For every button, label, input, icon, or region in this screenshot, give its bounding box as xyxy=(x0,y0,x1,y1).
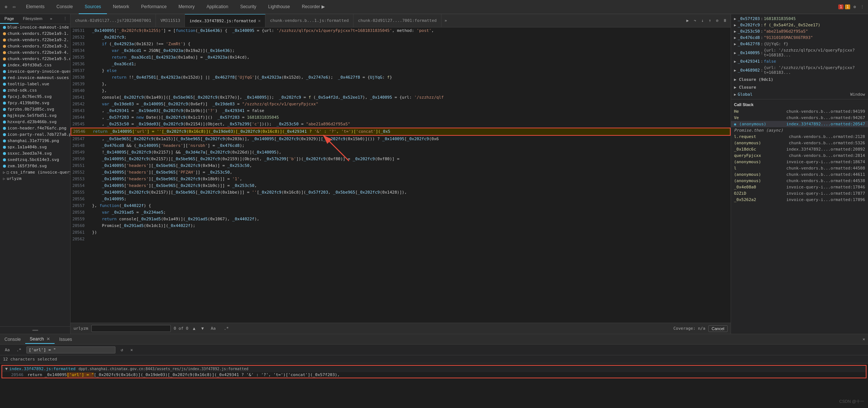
scope-item[interactable]: ▶ _0x57f203 : 1681831835045 xyxy=(731,16,868,22)
scope-global[interactable]: ▶ Global Window xyxy=(731,91,868,98)
search-result-line[interactable]: 20546 return _0x140095['url'] = "[_0x202… xyxy=(2,372,866,378)
callstack-anonymous2[interactable]: (anonymous) chunk-vendors.b...ormatted:5… xyxy=(731,140,868,146)
file-item[interactable]: chunk-vendors.f22be1a9-3. xyxy=(0,43,70,49)
find-input-wrap[interactable] xyxy=(91,325,171,332)
find-input[interactable] xyxy=(94,326,168,331)
callstack-0x5262a2[interactable]: _0x5262a2 invoice-query-i...ormatted:178… xyxy=(731,197,868,203)
callstack-queryFpjcxx[interactable]: queryFpjcxx chunk-vendors.b...ormatted:2… xyxy=(731,152,868,159)
step-over-icon[interactable]: ↷ xyxy=(692,18,698,24)
callstack-anonymous4[interactable]: (anonymous) chunk-vendors.b...ormatted:4… xyxy=(731,171,868,178)
aa-option[interactable]: Aa xyxy=(208,325,218,332)
scope-item[interactable]: ▶ _0x468902 : {url: '/szzhzz/qlfpcx/v1/q… xyxy=(731,65,868,76)
file-item[interactable]: icon-header.f4e76afc.png xyxy=(0,125,70,131)
find-next-btn[interactable]: ▼ xyxy=(200,325,205,332)
editor-tab-chunk-vendors[interactable]: chunk-vendors.b...1.js:formatted xyxy=(265,14,353,27)
bottom-tab-search-close[interactable]: ✕ xyxy=(46,336,50,342)
tab-lighthouse[interactable]: Lighthouse xyxy=(262,0,296,14)
editor-tab-chunk02d-7001[interactable]: chunk-02d91l27....7001:formatted xyxy=(353,14,441,27)
code-content[interactable]: 20531 _0x140095['_0x202fc9(0x1255)'] = [… xyxy=(71,27,731,323)
panel-tab-filesystem[interactable]: Filesystem xyxy=(19,14,47,24)
settings-icon[interactable]: ⚙ xyxy=(852,4,858,10)
editor-tab-chunk02d[interactable]: chunk-02d91l27...js?20230407001 xyxy=(71,14,156,27)
callstack-He[interactable]: He chunk-vendors.b...ormatted:94199 xyxy=(731,108,868,115)
panel-tab-page[interactable]: Page xyxy=(0,14,19,24)
panel-menu-icon[interactable]: ⋮ xyxy=(60,14,70,24)
file-item[interactable]: blue-invoice-makeout-inde xyxy=(0,24,70,30)
scope-item[interactable]: ▶ _0x202fc9 : f (_0x5a4f2d,_0x52ee17) xyxy=(731,22,868,28)
callstack-OJZiD[interactable]: OJZiD invoice-query-i...ormatted:17877 xyxy=(731,190,868,197)
search-input[interactable] xyxy=(29,348,103,352)
file-item[interactable]: shanghai.31e77196.png xyxy=(0,138,70,144)
file-item[interactable]: zxm.165f3f0d.svg xyxy=(0,163,70,169)
devtools-icon[interactable]: ⚙ xyxy=(3,4,9,10)
bottom-tab-issues[interactable]: Issues xyxy=(55,335,76,343)
file-item[interactable]: hgjksyw.5e5fbd51.svg xyxy=(0,112,70,119)
callstack-anonymous3[interactable]: (anonymous) invoice-query-i...ormatted:1… xyxy=(731,159,868,165)
tab-console[interactable]: Console xyxy=(50,0,79,14)
step-in-icon[interactable]: ↓ xyxy=(699,18,705,24)
file-item[interactable]: ▷ urlyzm xyxy=(0,175,70,182)
file-item[interactable]: index.49fd30a5.css xyxy=(0,62,70,68)
editor-tab-more[interactable]: » xyxy=(441,18,450,23)
scope-item[interactable]: ▶ _0x4627f8 : {UjYqG: f} xyxy=(731,41,868,47)
bottom-panel-close[interactable]: ✕ xyxy=(859,335,868,343)
panel-tab-more[interactable]: » xyxy=(47,14,55,24)
tab-application[interactable]: Application xyxy=(200,0,234,14)
search-clear-btn[interactable]: ✕ xyxy=(128,346,136,353)
search-case-option[interactable]: Aa xyxy=(3,346,12,353)
file-item[interactable]: ▷ □ css_iframe (invoice-query) xyxy=(0,169,70,175)
play-icon[interactable]: ▶ xyxy=(685,18,691,24)
file-item[interactable]: red-invoice-makeout-suces xyxy=(0,75,70,81)
more-icon[interactable]: ⋮ xyxy=(859,4,865,10)
callstack-anonymous5[interactable]: (anonymous) chunk-vendors.b...ormatted:4… xyxy=(731,178,868,184)
editor-tab-index[interactable]: index.33f47892.js:formatted ✕ xyxy=(185,14,265,27)
search-regex-option[interactable]: .* xyxy=(14,346,23,353)
bottom-tab-search[interactable]: Search ✕ xyxy=(25,335,55,344)
file-item[interactable]: fpcy.4139b69e.svg xyxy=(0,100,70,106)
callstack-0x18dc6c[interactable]: _0x18dc6c index.33f47892....ormatted:208… xyxy=(731,146,868,152)
callstack-lrequest[interactable]: l.request chunk-vendors.b...ormatted:212… xyxy=(731,134,868,140)
scope-item[interactable]: ▶ _0x429341 : false xyxy=(731,58,868,65)
dock-icon[interactable]: ▭ xyxy=(11,4,17,10)
scope-item[interactable]: ▶ _0x253c50 : "abe21a896d2f95a5" xyxy=(731,28,868,34)
file-item[interactable]: chunk-vendors.f22be1a9-2. xyxy=(0,37,70,43)
tab-sources[interactable]: Sources xyxy=(79,0,107,14)
deactivate-icon[interactable]: ⊘ xyxy=(714,18,720,24)
file-item[interactable]: chunk-vendors.f22be1a9-4. xyxy=(0,49,70,56)
file-item[interactable]: spx.1a1a404b.svg xyxy=(0,144,70,150)
file-item[interactable]: chunk-vendors.f22be1a9-5.css xyxy=(0,56,70,62)
scope-closure[interactable]: ▶ Closure (9dc1) xyxy=(731,76,868,83)
cancel-button[interactable]: Cancel xyxy=(708,325,728,332)
file-item[interactable]: znhd-sdk.css xyxy=(0,87,70,93)
file-item[interactable]: fpcxj.0c76ec95.svg xyxy=(0,93,70,100)
step-out-icon[interactable]: ↑ xyxy=(707,18,713,24)
tab-performance[interactable]: Performance xyxy=(135,0,173,14)
close-tab-icon[interactable]: ✕ xyxy=(258,18,261,23)
file-item[interactable]: icon-party-real.7db727a8.p xyxy=(0,131,70,138)
search-input-wrap[interactable] xyxy=(26,346,115,353)
find-prev-btn[interactable]: ▲ xyxy=(192,325,197,332)
search-refresh-btn[interactable]: ↺ xyxy=(118,346,126,353)
callstack-0x4e08a0[interactable]: _0x4e08a0 invoice-query-i...ormatted:178… xyxy=(731,184,868,190)
tab-network[interactable]: Network xyxy=(107,0,135,14)
file-item[interactable]: invoice-query-invoice-quer xyxy=(0,68,70,75)
tab-memory[interactable]: Memory xyxy=(173,0,200,14)
file-item[interactable]: ssxxc.3eed3a74.svg xyxy=(0,150,70,157)
callstack-Ve[interactable]: Ve chunk-vendors.b...ormatted:94267 xyxy=(731,115,868,121)
bottom-tab-console[interactable]: Console xyxy=(0,335,25,343)
file-item[interactable]: tooltip-label.vue xyxy=(0,81,70,87)
tab-recorder[interactable]: Recorder ▶ xyxy=(296,0,331,14)
search-file-header[interactable]: ▼ index.33f47892.js:formatted dppt.shang… xyxy=(2,366,866,372)
callstack-anonymous-active[interactable]: ◉ (anonymous) index.33f47892....ormatted… xyxy=(731,121,868,127)
scope-item[interactable]: ▶ _0x476cd8 : "91310105MAC9X6TR93" xyxy=(731,34,868,41)
file-item[interactable]: chunk-vendors.f22be1a9-1. xyxy=(0,30,70,37)
file-item[interactable]: hzxxqrd.d23b466b.svg xyxy=(0,119,70,125)
scope-item[interactable]: ▶ _0x140095 : {url: '/szzhzz/qlfpcx/v1/q… xyxy=(731,47,868,58)
file-item[interactable]: fprzbs.0b71d85c.svg xyxy=(0,106,70,112)
pause-icon[interactable]: ⏸ xyxy=(722,18,728,24)
file-item[interactable]: sxedtzsq.5bc614e3.svg xyxy=(0,157,70,163)
tab-elements[interactable]: Elements xyxy=(20,0,50,14)
scope-closure2[interactable]: ▶ Closure xyxy=(731,83,868,91)
tab-security[interactable]: Security xyxy=(234,0,262,14)
regex-option[interactable]: .* xyxy=(221,325,231,332)
